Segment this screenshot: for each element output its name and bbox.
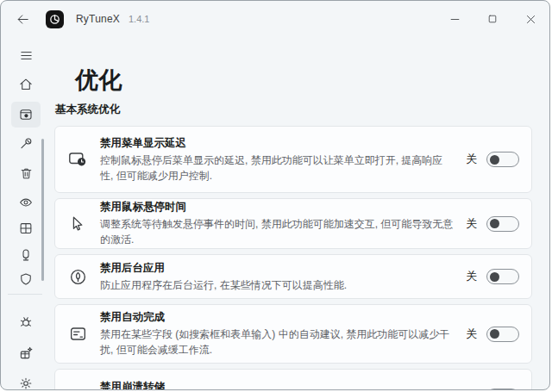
sidebar-item-wrench[interactable]: [11, 131, 41, 157]
optimize-icon: [18, 107, 34, 122]
app-version: 1.4.1: [129, 14, 149, 24]
setting-title: 禁用菜单显示延迟: [100, 136, 454, 151]
shield-icon: [18, 271, 34, 287]
setting-description: 禁用在某些字段 (如搜索框和表单输入) 中的自动建议, 禁用此功能可以减少干扰,…: [100, 327, 454, 358]
sidebar-item-trash[interactable]: [11, 160, 41, 186]
setting-card-hover-time: 禁用鼠标悬停时间 调整系统等待触发悬停事件的时间, 禁用此功能可能加速交互, 但…: [54, 198, 532, 249]
toggle-knob: [490, 329, 499, 339]
nav-menu-toggle[interactable]: [11, 42, 41, 68]
setting-title: 禁用自动完成: [100, 310, 454, 325]
sidebar-item-settings[interactable]: [11, 370, 41, 390]
sidebar-item-home[interactable]: [11, 72, 41, 97]
page-title: 优化: [75, 65, 122, 96]
maximize-icon: [486, 13, 499, 25]
toggle-state-label: 关: [466, 269, 477, 284]
setting-card-menu-delay: 禁用菜单显示延迟 控制鼠标悬停后菜单显示的延迟, 禁用此功能可以让菜单立即打开,…: [54, 126, 532, 193]
app-logo: [46, 10, 64, 28]
back-button[interactable]: [11, 8, 34, 30]
setting-card-autocomplete: 禁用自动完成 禁用在某些字段 (如搜索框和表单输入) 中的自动建议, 禁用此功能…: [54, 304, 532, 364]
sidebar-item-shield[interactable]: [11, 266, 41, 292]
titlebar: RyTuneX 1.4.1: [1, 1, 549, 37]
setting-title: 禁用鼠标悬停时间: [100, 200, 454, 215]
sidebar-item-optimize[interactable]: [11, 102, 41, 128]
app-title: RyTuneX: [76, 13, 120, 25]
setting-description: 防止应用程序在后台运行, 在某些情况下可以提高性能.: [100, 277, 454, 293]
home-icon: [18, 77, 34, 92]
sidebar-item-whats-new[interactable]: [11, 340, 41, 366]
sidebar-item-debug[interactable]: [11, 309, 41, 335]
toggle-knob: [490, 155, 499, 165]
toggle-state-label: 关: [466, 152, 477, 167]
toggle-switch[interactable]: [486, 152, 519, 167]
trash-icon: [19, 166, 34, 181]
toggle-switch[interactable]: [486, 216, 519, 232]
hamburger-menu-icon: [19, 48, 34, 63]
toggle-switch[interactable]: [486, 389, 519, 390]
minimize-button[interactable]: [436, 1, 474, 37]
maximize-button[interactable]: [474, 1, 511, 37]
sidebar-item-device[interactable]: [11, 242, 41, 268]
setting-title: 禁用后台应用: [100, 261, 454, 276]
sidebar-item-eye[interactable]: [11, 190, 41, 215]
toggle-knob: [490, 272, 499, 282]
toggle-switch[interactable]: [486, 269, 519, 284]
setting-description: 调整系统等待触发悬停事件的时间, 禁用此功能可能加速交互, 但可能导致无意的激活…: [100, 216, 454, 247]
cursor-icon: [68, 215, 87, 233]
setting-card-background-apps: 禁用后台应用 防止应用程序在后台运行, 在某些情况下可以提高性能. 关: [54, 254, 532, 299]
form-autocomplete-icon: [68, 324, 88, 344]
crash-dump-icon: [68, 387, 88, 390]
page-content: 优化 基本系统优化 禁用菜单显示延迟 控制鼠标悬停后菜单显示的延迟, 禁用此功能…: [49, 37, 549, 389]
eye-icon: [18, 195, 34, 210]
sidebar-scrollbar[interactable]: [41, 139, 44, 281]
navigation-rail: [1, 37, 49, 389]
apps-window-icon: [18, 221, 34, 236]
toggle-state-label: 关: [466, 389, 477, 390]
close-button[interactable]: [511, 1, 549, 37]
toggle-switch[interactable]: [486, 327, 519, 342]
nav-divider: [8, 294, 42, 295]
wrench-icon: [18, 136, 34, 152]
setting-description: 控制鼠标悬停后菜单显示的延迟, 禁用此功能可以让菜单立即打开, 提高响应性, 但…: [100, 152, 454, 184]
back-arrow-icon: [16, 12, 30, 27]
section-header: 基本系统优化: [55, 103, 120, 117]
menu-delay-icon: [67, 149, 88, 170]
sidebar-item-apps[interactable]: [11, 215, 41, 241]
toggle-state-label: 关: [466, 216, 477, 232]
setting-card-crash-dump: 禁用崩溃转储 关: [54, 369, 532, 390]
bug-icon: [18, 314, 34, 330]
app-window: RyTuneX 1.4.1: [0, 0, 550, 390]
minimize-icon: [448, 13, 461, 26]
device-icon: [18, 247, 34, 263]
setting-title: 禁用崩溃转储: [100, 380, 454, 390]
toggle-knob: [490, 219, 499, 228]
close-icon: [524, 13, 537, 26]
leaf-icon: [68, 267, 88, 287]
settings-gear-icon: [18, 376, 34, 390]
whats-new-icon: [18, 345, 34, 361]
toggle-state-label: 关: [466, 327, 477, 342]
